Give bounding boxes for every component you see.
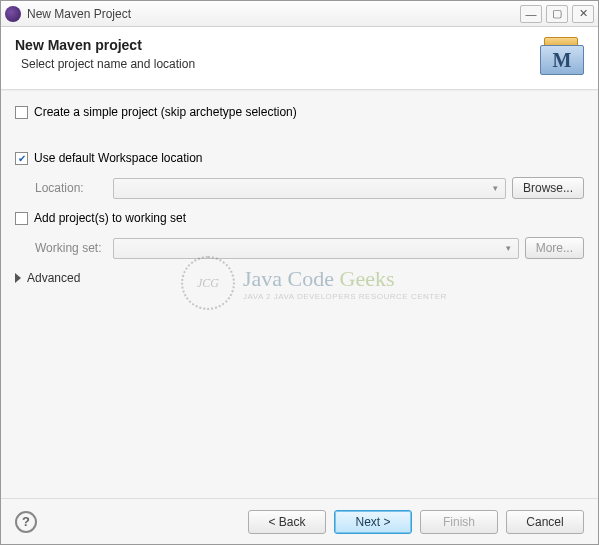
triangle-right-icon bbox=[15, 273, 21, 283]
close-button[interactable]: ✕ bbox=[572, 5, 594, 23]
workingset-checkbox-row: Add project(s) to working set bbox=[15, 211, 584, 225]
wizard-title: New Maven project bbox=[15, 37, 195, 53]
location-combo[interactable]: ▾ bbox=[113, 178, 506, 199]
browse-button[interactable]: Browse... bbox=[512, 177, 584, 199]
simple-project-label: Create a simple project (skip archetype … bbox=[34, 105, 297, 119]
back-button[interactable]: < Back bbox=[248, 510, 326, 534]
location-row: Location: ▾ Browse... bbox=[15, 177, 584, 199]
simple-project-row: Create a simple project (skip archetype … bbox=[15, 105, 584, 119]
titlebar: New Maven Project — ▢ ✕ bbox=[1, 1, 598, 27]
wizard-button-bar: ? < Back Next > Finish Cancel bbox=[1, 498, 598, 544]
minimize-button[interactable]: — bbox=[520, 5, 542, 23]
default-workspace-checkbox[interactable] bbox=[15, 152, 28, 165]
more-button[interactable]: More... bbox=[525, 237, 584, 259]
window-title: New Maven Project bbox=[27, 7, 520, 21]
maven-m-icon: M bbox=[540, 45, 584, 75]
advanced-expander[interactable]: Advanced bbox=[15, 271, 584, 285]
wizard-content: Create a simple project (skip archetype … bbox=[1, 90, 598, 498]
chevron-down-icon: ▾ bbox=[488, 181, 503, 196]
location-label: Location: bbox=[35, 181, 113, 195]
workingset-combo[interactable]: ▾ bbox=[113, 238, 519, 259]
wizard-description: Select project name and location bbox=[15, 57, 195, 71]
maven-wizard-icon: M bbox=[540, 37, 584, 77]
eclipse-icon bbox=[5, 6, 21, 22]
workingset-field-label: Working set: bbox=[35, 241, 113, 255]
wizard-header: New Maven project Select project name an… bbox=[1, 27, 598, 90]
wizard-header-text: New Maven project Select project name an… bbox=[15, 37, 195, 71]
maximize-button[interactable]: ▢ bbox=[546, 5, 568, 23]
default-workspace-row: Use default Workspace location bbox=[15, 151, 584, 165]
help-button[interactable]: ? bbox=[15, 511, 37, 533]
default-workspace-label: Use default Workspace location bbox=[34, 151, 203, 165]
chevron-down-icon: ▾ bbox=[501, 241, 516, 256]
advanced-label: Advanced bbox=[27, 271, 80, 285]
window-controls: — ▢ ✕ bbox=[520, 5, 594, 23]
finish-button[interactable]: Finish bbox=[420, 510, 498, 534]
workingset-label: Add project(s) to working set bbox=[34, 211, 186, 225]
watermark-tagline: Java 2 Java Developers Resource Center bbox=[243, 292, 447, 301]
workingset-checkbox[interactable] bbox=[15, 212, 28, 225]
simple-project-checkbox[interactable] bbox=[15, 106, 28, 119]
next-button[interactable]: Next > bbox=[334, 510, 412, 534]
workingset-row: Working set: ▾ More... bbox=[15, 237, 584, 259]
wizard-window: New Maven Project — ▢ ✕ New Maven projec… bbox=[0, 0, 599, 545]
cancel-button[interactable]: Cancel bbox=[506, 510, 584, 534]
